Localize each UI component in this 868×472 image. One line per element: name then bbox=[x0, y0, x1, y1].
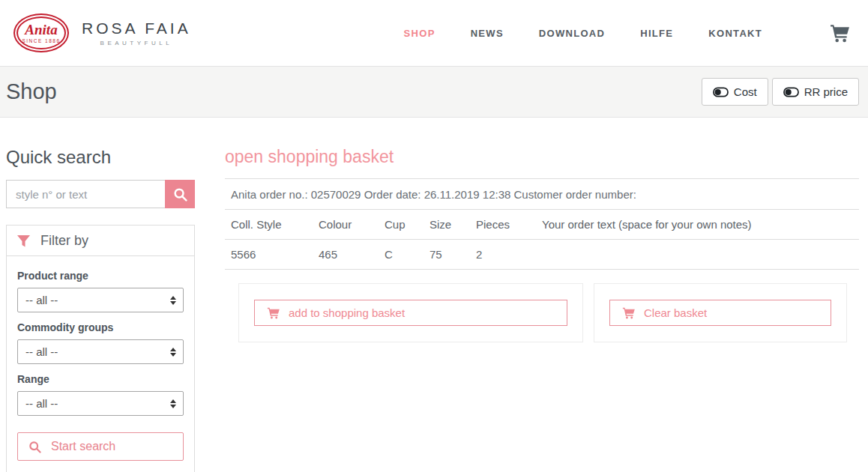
cell-cup: C bbox=[379, 240, 424, 269]
filter-panel-header: Filter by bbox=[7, 226, 194, 256]
brand-logo[interactable]: Anita SINCE 1886 ROSA FAIA BEAUTYFULL bbox=[13, 13, 191, 52]
cart-icon bbox=[622, 307, 635, 319]
nav-item-kontakt[interactable]: KONTAKT bbox=[708, 28, 762, 39]
product-range-label: Product range bbox=[17, 270, 184, 282]
start-search-label: Start search bbox=[51, 440, 115, 453]
col-header-order-text: Your order text (space for your own note… bbox=[536, 210, 859, 239]
app-header: Anita SINCE 1886 ROSA FAIA BEAUTYFULL SH… bbox=[0, 0, 868, 66]
quick-search-button[interactable] bbox=[165, 180, 195, 208]
basket-table-row: 5566 465 C 75 2 bbox=[225, 240, 859, 269]
price-toggle-group: Cost RR price bbox=[702, 78, 859, 106]
product-range-value: -- all -- bbox=[25, 294, 58, 306]
anita-logo-text: Anita bbox=[25, 22, 57, 37]
add-to-basket-label: add to shopping basket bbox=[289, 306, 405, 319]
range-label: Range bbox=[17, 373, 184, 385]
col-header-size: Size bbox=[424, 210, 470, 239]
select-arrows-icon bbox=[170, 348, 176, 357]
select-arrows-icon bbox=[170, 399, 176, 408]
filter-panel-body: Product range -- all -- Commodity groups… bbox=[7, 256, 194, 472]
rosa-faia-logo: ROSA FAIA BEAUTYFULL bbox=[82, 19, 191, 46]
select-arrows-icon bbox=[170, 296, 176, 305]
content-area: Quick search Filter by Product range bbox=[0, 118, 868, 472]
quick-search-bar bbox=[6, 180, 195, 208]
sidebar: Quick search Filter by Product range bbox=[6, 147, 195, 472]
nav-item-download[interactable]: DOWNLOAD bbox=[539, 28, 605, 39]
quick-search-input[interactable] bbox=[6, 180, 165, 208]
clear-basket-button[interactable]: Clear basket bbox=[609, 300, 831, 326]
basket-table-header: Coll. Style Colour Cup Size Pieces Your … bbox=[225, 210, 859, 239]
range-value: -- all -- bbox=[25, 397, 58, 410]
nav-item-news[interactable]: NEWS bbox=[471, 28, 504, 39]
col-header-cup: Cup bbox=[379, 210, 424, 239]
product-range-select[interactable]: -- all -- bbox=[17, 288, 184, 312]
page-title: Shop bbox=[6, 79, 57, 104]
rr-price-toggle-button[interactable]: RR price bbox=[772, 78, 859, 106]
filter-panel: Filter by Product range -- all -- Commod… bbox=[6, 225, 195, 472]
add-to-basket-button[interactable]: add to shopping basket bbox=[254, 300, 567, 326]
commodity-groups-label: Commodity groups bbox=[17, 321, 184, 333]
cell-pieces: 2 bbox=[470, 240, 536, 269]
search-icon bbox=[173, 187, 187, 202]
cart-icon[interactable] bbox=[829, 24, 850, 43]
page-title-bar: Shop Cost RR price bbox=[0, 66, 868, 118]
cell-colour: 465 bbox=[313, 240, 379, 269]
col-header-colour: Colour bbox=[313, 210, 379, 239]
search-icon bbox=[28, 441, 41, 453]
cell-coll-style: 5566 bbox=[225, 240, 313, 269]
cell-order-text bbox=[536, 240, 859, 269]
clear-button-container: Clear basket bbox=[594, 283, 847, 342]
basket-actions: add to shopping basket Clear basket bbox=[238, 283, 859, 342]
nav-item-hilfe[interactable]: HILFE bbox=[640, 28, 673, 39]
filter-panel-title: Filter by bbox=[40, 233, 88, 249]
toggle-icon bbox=[713, 87, 729, 97]
nav-item-shop[interactable]: SHOP bbox=[404, 28, 435, 39]
anita-logo-since: SINCE 1886 bbox=[22, 38, 60, 43]
cost-toggle-label: Cost bbox=[734, 85, 757, 98]
quick-search-title: Quick search bbox=[6, 147, 195, 168]
start-search-button[interactable]: Start search bbox=[17, 432, 184, 461]
range-select[interactable]: -- all -- bbox=[17, 391, 184, 416]
anita-logo-oval: Anita SINCE 1886 bbox=[13, 13, 69, 52]
order-info: Anita order no.: 02570029 Order date: 26… bbox=[225, 179, 859, 209]
cart-icon bbox=[267, 307, 280, 319]
rr-price-toggle-label: RR price bbox=[804, 85, 848, 98]
rosa-faia-name: ROSA FAIA bbox=[82, 19, 191, 37]
main-nav: SHOP NEWS DOWNLOAD HILFE KONTAKT bbox=[404, 24, 850, 43]
commodity-groups-select[interactable]: -- all -- bbox=[17, 339, 184, 364]
add-button-container: add to shopping basket bbox=[238, 283, 583, 342]
toggle-icon bbox=[783, 87, 799, 97]
basket-section: open shopping basket Anita order no.: 02… bbox=[225, 147, 859, 342]
divider bbox=[225, 269, 859, 270]
commodity-groups-value: -- all -- bbox=[25, 345, 58, 358]
cell-size: 75 bbox=[424, 240, 470, 269]
rosa-faia-sub: BEAUTYFULL bbox=[100, 40, 173, 46]
basket-title: open shopping basket bbox=[225, 147, 859, 167]
filter-funnel-icon bbox=[17, 235, 30, 247]
col-header-coll-style: Coll. Style bbox=[225, 210, 313, 239]
cost-toggle-button[interactable]: Cost bbox=[702, 78, 768, 106]
col-header-pieces: Pieces bbox=[470, 210, 536, 239]
clear-basket-label: Clear basket bbox=[644, 306, 707, 319]
